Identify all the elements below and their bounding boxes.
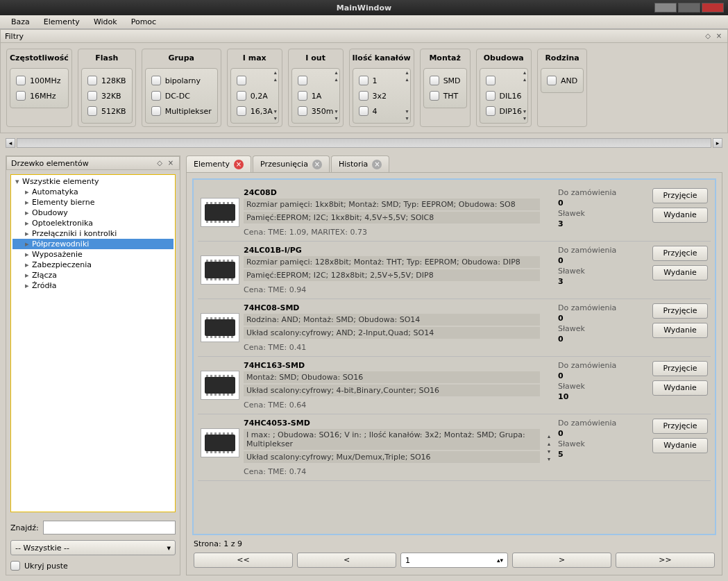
scroll-right-icon[interactable]: ▸	[713, 138, 722, 148]
scroll-up-icon[interactable]: ▴▴	[523, 70, 526, 83]
tree-item[interactable]: ▸Elementy bierne	[12, 197, 173, 208]
checkbox[interactable]	[430, 91, 439, 101]
page-last-button[interactable]: >>	[616, 553, 715, 568]
issue-button[interactable]: Wydanie	[652, 438, 708, 453]
tree-item[interactable]: ▸Źródła	[12, 280, 173, 291]
scroll-down-icon[interactable]: ▾▾	[406, 109, 409, 121]
filter-option[interactable]	[235, 73, 274, 88]
scroll-up-icon[interactable]: ▴▴	[335, 70, 337, 83]
checkbox[interactable]	[16, 91, 26, 101]
filter-option[interactable]: 1A	[296, 88, 335, 103]
checkbox[interactable]	[87, 91, 97, 101]
filter-option[interactable]: 32KB	[86, 88, 128, 103]
filter-option[interactable]: DC-DC	[150, 88, 213, 103]
issue-button[interactable]: Wydanie	[652, 208, 708, 223]
checkbox[interactable]	[298, 76, 307, 85]
checkbox[interactable]	[87, 106, 97, 116]
checkbox[interactable]	[16, 76, 26, 85]
tree-item[interactable]: ▸Automatyka	[12, 187, 173, 197]
item-spinner[interactable]: ▴▴▾▾	[544, 419, 554, 476]
tab-elementy[interactable]: Elementy×	[186, 155, 251, 172]
tree-close-icon[interactable]: ×	[167, 159, 175, 167]
checkbox[interactable]	[237, 91, 246, 101]
checkbox[interactable]	[87, 76, 97, 85]
tree-view[interactable]: ▾Wszystkie elementy▸Automatyka▸Elementy …	[10, 174, 176, 512]
list-item[interactable]: 74HC4053-SMDI max: ; Obudowa: SO16; V in…	[198, 414, 711, 481]
page-prev-button[interactable]: <	[297, 553, 396, 568]
tree-item[interactable]: ▸Złącza	[12, 270, 173, 280]
filter-option[interactable]: 128KB	[86, 73, 128, 88]
menu-widok[interactable]: Widok	[87, 16, 124, 28]
window-maximize-button[interactable]	[678, 3, 700, 12]
checkbox[interactable]	[298, 91, 307, 101]
tab-close-icon[interactable]: ×	[234, 160, 244, 169]
tab-przesunięcia[interactable]: Przesunięcia×	[253, 155, 330, 172]
filter-option[interactable]: SMD	[428, 73, 462, 88]
checkbox[interactable]	[430, 76, 439, 85]
page-select[interactable]: 1 ▴▾	[400, 553, 508, 568]
scroll-left-icon[interactable]: ◂	[6, 138, 15, 148]
scroll-up-icon[interactable]: ▴▴	[274, 70, 277, 83]
filters-scrollbar[interactable]: ◂ ▸	[6, 136, 722, 150]
checkbox[interactable]	[237, 76, 246, 85]
issue-button[interactable]: Wydanie	[652, 380, 708, 396]
list-item[interactable]: 24C08DRozmiar pamięci: 1kx8bit; Montaż: …	[198, 184, 711, 242]
list-item[interactable]: 24LC01B-I/PGRozmiar pamięci: 128x8bit; M…	[198, 242, 711, 299]
window-minimize-button[interactable]	[654, 3, 677, 12]
filter-option[interactable]: Multiplekser	[150, 103, 213, 119]
receive-button[interactable]: Przyjęcie	[652, 303, 708, 319]
checkbox[interactable]	[359, 91, 369, 101]
filter-option[interactable]: 512KB	[86, 103, 128, 119]
find-input[interactable]	[43, 521, 176, 534]
tree-detach-icon[interactable]: ◇	[155, 159, 164, 167]
filter-option[interactable]: 16,3A	[235, 103, 274, 119]
page-next-button[interactable]: >	[512, 553, 611, 568]
tree-item[interactable]: ▸Zabezpieczenia	[12, 260, 173, 270]
scroll-down-icon[interactable]: ▾▾	[335, 109, 337, 121]
receive-button[interactable]: Przyjęcie	[652, 188, 708, 203]
receive-button[interactable]: Przyjęcie	[652, 361, 708, 376]
filter-option[interactable]: bipolarny	[150, 73, 213, 88]
menu-baza[interactable]: Baza	[4, 16, 37, 28]
filters-close-icon[interactable]: ×	[715, 32, 723, 40]
checkbox[interactable]	[547, 76, 557, 85]
tree-root[interactable]: ▾Wszystkie elementy	[12, 176, 173, 187]
checkbox[interactable]	[151, 76, 161, 85]
menu-elementy[interactable]: Elementy	[37, 16, 87, 28]
filter-option[interactable]: 1	[357, 73, 406, 88]
scroll-down-icon[interactable]: ▾▾	[523, 109, 526, 121]
checkbox[interactable]	[151, 106, 161, 116]
checkbox[interactable]	[151, 91, 161, 101]
filter-option[interactable]	[484, 73, 523, 88]
category-combo[interactable]: -- Wszystkie -- ▾	[10, 540, 176, 555]
filter-option[interactable]	[296, 73, 335, 88]
list-item[interactable]: 74HC08-SMDRodzina: AND; Montaż: SMD; Obu…	[198, 299, 711, 357]
filter-option[interactable]: AND	[545, 73, 579, 88]
item-spinner[interactable]	[544, 188, 554, 237]
checkbox[interactable]	[359, 76, 369, 85]
tab-historia[interactable]: Historia×	[331, 155, 389, 172]
page-first-button[interactable]: <<	[194, 553, 293, 568]
filter-option[interactable]: 350m	[296, 103, 335, 119]
filter-option[interactable]: 4	[357, 103, 406, 119]
tree-item[interactable]: ▸Półprzewodniki	[12, 239, 173, 249]
checkbox[interactable]	[298, 106, 307, 116]
filter-option[interactable]: 0,2A	[235, 88, 274, 103]
menu-pomoc[interactable]: Pomoc	[124, 16, 163, 28]
filter-option[interactable]: 3x2	[357, 88, 406, 103]
tree-item[interactable]: ▸Wyposażenie	[12, 249, 173, 260]
filter-option[interactable]: DIP16	[484, 103, 523, 119]
tab-close-icon[interactable]: ×	[312, 160, 322, 169]
filter-option[interactable]: THT	[428, 88, 462, 103]
list-item[interactable]: 74HC163-SMDMontaż: SMD; Obudowa: SO16Ukł…	[198, 357, 711, 414]
checkbox[interactable]	[486, 106, 496, 116]
checkbox[interactable]	[237, 106, 246, 116]
item-spinner[interactable]	[544, 303, 554, 352]
scroll-down-icon[interactable]: ▾▾	[274, 109, 277, 121]
tab-close-icon[interactable]: ×	[372, 160, 382, 169]
filter-option[interactable]: 16MHz	[15, 88, 64, 103]
receive-button[interactable]: Przyjęcie	[652, 419, 708, 434]
receive-button[interactable]: Przyjęcie	[652, 246, 708, 261]
hide-empty-checkbox[interactable]	[10, 561, 20, 571]
filters-detach-icon[interactable]: ◇	[704, 32, 712, 40]
